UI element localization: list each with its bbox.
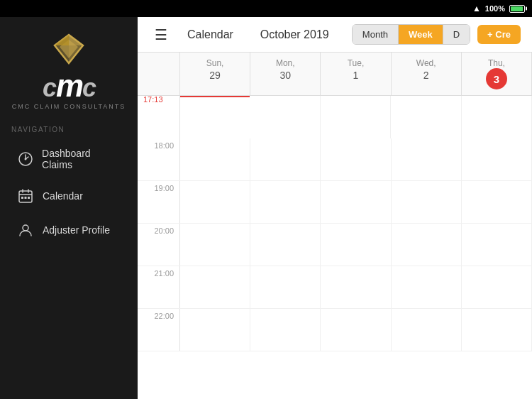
- day-header-mon: Mon, 30: [250, 53, 321, 95]
- days-header: Sun, 29 Mon, 30 Tue, 1 Wed, 2 Thu, 3: [138, 53, 532, 96]
- time-row-20: 20:00: [138, 224, 532, 266]
- svg-point-7: [24, 158, 26, 160]
- time-cell-thu-18[interactable]: [462, 138, 532, 180]
- logo-diamond-icon: [51, 31, 87, 67]
- sidebar-item-label-calendar: Calendar: [43, 190, 83, 202]
- time-cell-mon-19[interactable]: [250, 181, 321, 223]
- status-bar: ▲ 100%: [0, 0, 532, 17]
- time-cell-mon-18[interactable]: [250, 138, 321, 180]
- time-cell-mon-22[interactable]: [250, 309, 321, 351]
- time-label-20: 20:00: [138, 224, 180, 266]
- month-view-button[interactable]: Month: [353, 25, 399, 44]
- current-time-indicator-row: 17:13: [138, 96, 532, 138]
- svg-point-12: [23, 225, 28, 231]
- hamburger-button[interactable]: ☰: [149, 23, 173, 46]
- dashboard-icon: [17, 151, 33, 168]
- day-header-tue: Tue, 1: [321, 53, 391, 95]
- time-row-18: 18:00: [138, 138, 532, 181]
- day-header-wed: Wed, 2: [392, 53, 462, 95]
- wifi-icon: ▲: [472, 4, 481, 13]
- time-label-21: 21:00: [138, 266, 180, 308]
- svg-rect-9: [21, 197, 23, 199]
- time-cell-wed-22[interactable]: [392, 309, 462, 351]
- time-cell-mon-20[interactable]: [250, 224, 321, 266]
- view-toggle-group: Month Week D: [352, 24, 470, 45]
- nav-label: NAVIGATION: [0, 117, 138, 139]
- svg-marker-2: [69, 35, 83, 45]
- time-cell-tue-19[interactable]: [321, 181, 391, 223]
- sidebar-item-adjuster[interactable]: Adjuster Profile: [6, 214, 132, 246]
- time-row-22: 22:00: [138, 309, 532, 351]
- battery-percent: 100%: [485, 4, 505, 13]
- sidebar-item-calendar[interactable]: Calendar: [6, 180, 132, 212]
- time-label-19: 19:00: [138, 181, 180, 223]
- time-cell-mon-21[interactable]: [250, 266, 321, 308]
- calendar-label: Calendar: [180, 28, 238, 41]
- time-cell-tue-18[interactable]: [321, 138, 391, 180]
- time-cell-sun-22[interactable]: [180, 309, 250, 351]
- time-cell-wed-18[interactable]: [392, 138, 462, 180]
- app-container: cmc CMC CLAIM CONSULTANTS NAVIGATION Das…: [0, 17, 532, 399]
- time-label-18: 18:00: [138, 138, 180, 180]
- time-cell-thu-20[interactable]: [462, 224, 532, 266]
- main-content: ☰ Calendar October 2019 Month Week D + C…: [138, 17, 532, 399]
- svg-marker-3: [55, 35, 69, 45]
- sidebar-item-label-dashboard: Dashboard Claims: [42, 148, 121, 170]
- current-time-label: 17:13: [138, 96, 180, 138]
- time-cell-wed-20[interactable]: [392, 224, 462, 266]
- time-cell-tue-current: [391, 96, 461, 138]
- time-cell-tue-22[interactable]: [321, 309, 391, 351]
- time-cell-sun-20[interactable]: [180, 224, 250, 266]
- calendar-grid[interactable]: 17:13 18:00 19:00: [138, 96, 532, 399]
- time-cell-thu-21[interactable]: [462, 266, 532, 308]
- logo-text: cmc: [43, 70, 95, 102]
- time-row-21: 21:00: [138, 266, 532, 309]
- time-cell-thu-19[interactable]: [462, 181, 532, 223]
- sidebar: cmc CMC CLAIM CONSULTANTS NAVIGATION Das…: [0, 17, 138, 399]
- time-cell-sun-21[interactable]: [180, 266, 250, 308]
- svg-rect-11: [28, 197, 30, 199]
- sidebar-item-label-adjuster: Adjuster Profile: [43, 224, 110, 236]
- day-header-thu: Thu, 3: [462, 53, 532, 95]
- adjuster-icon: [17, 222, 34, 239]
- time-row-19: 19:00: [138, 181, 532, 224]
- calendar-header: ☰ Calendar October 2019 Month Week D + C…: [138, 17, 532, 53]
- time-cell-tue-20[interactable]: [321, 224, 391, 266]
- day-header-sun: Sun, 29: [180, 53, 250, 95]
- time-cell-sun-18[interactable]: [180, 138, 250, 180]
- time-cell-sun-19[interactable]: [180, 181, 250, 223]
- time-label-22: 22:00: [138, 309, 180, 351]
- create-button[interactable]: + Cre: [477, 25, 521, 44]
- battery-icon: [509, 5, 525, 13]
- time-cell-thu-22[interactable]: [462, 309, 532, 351]
- logo-subtitle: CMC CLAIM CONSULTANTS: [12, 103, 126, 110]
- current-time-line: [180, 96, 250, 138]
- time-cell-tue-21[interactable]: [321, 266, 391, 308]
- month-year-label: October 2019: [245, 28, 345, 41]
- svg-rect-10: [25, 197, 27, 199]
- day-view-button[interactable]: D: [443, 25, 470, 44]
- time-cell-wed-current: [462, 96, 532, 138]
- time-gutter-header: [138, 53, 180, 95]
- svg-marker-5: [55, 45, 69, 63]
- calendar-icon: [17, 187, 34, 204]
- time-cell-wed-21[interactable]: [392, 266, 462, 308]
- time-cell-sun-current: [250, 96, 320, 138]
- svg-marker-4: [69, 45, 83, 63]
- time-cell-wed-19[interactable]: [392, 181, 462, 223]
- week-view-button[interactable]: Week: [399, 25, 443, 44]
- time-cell-mon-current: [321, 96, 391, 138]
- sidebar-logo: cmc CMC CLAIM CONSULTANTS: [0, 17, 138, 117]
- sidebar-item-dashboard[interactable]: Dashboard Claims: [6, 141, 132, 177]
